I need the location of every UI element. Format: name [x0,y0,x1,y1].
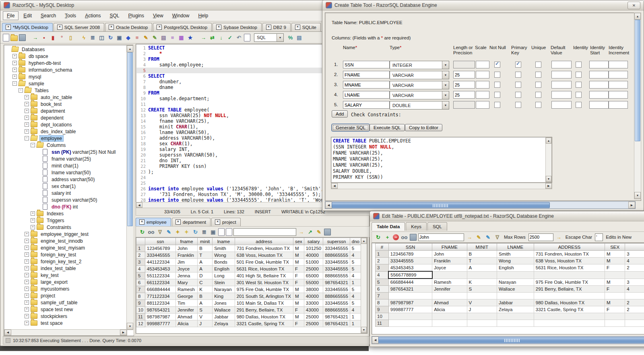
close-tab-icon[interactable]: ✕ [6,25,11,30]
copy-cell-icon[interactable] [218,228,225,236]
results-panel-icon[interactable]: ▤ [295,34,303,41]
unique-checkbox[interactable] [535,102,541,108]
menu-view[interactable]: View [149,11,167,20]
cell[interactable] [534,293,605,299]
cell[interactable]: M [605,251,625,258]
generate-key-icon[interactable]: ✦ [174,228,182,236]
cell[interactable]: Narayan [213,286,235,293]
cell[interactable]: 101250 [304,245,323,252]
cell[interactable]: 3321 Castle, Spring TX [235,320,293,327]
cell[interactable]: 638 Voss, Houston TX [235,252,293,259]
tree-item-mycustomers[interactable]: +mycustomers [5,285,126,292]
row-number[interactable]: 7 [136,286,145,293]
cell[interactable]: 638 Voss, Houston TX [534,258,605,264]
cell[interactable]: 888665555 [323,252,350,259]
default-value-input[interactable] [551,91,572,99]
cell[interactable]: Wong [497,258,534,264]
cell[interactable]: 771122334 [145,293,175,300]
chevron-down-icon[interactable]: ▼ [442,101,449,109]
table-row[interactable]: 9881122334TimAJones101 Main St, Dallas T… [136,300,361,307]
results-tab-employee[interactable]: ✕employee [136,218,171,226]
unique-checkbox[interactable] [535,82,541,88]
row-number[interactable]: 5 [136,272,145,279]
unique-checkbox[interactable] [535,92,541,98]
row-number[interactable]: 6 [136,279,145,286]
re-execute-icon[interactable]: ⇄ [208,34,216,41]
cell[interactable]: 1 [350,320,361,327]
cell[interactable] [388,293,432,299]
cell[interactable] [497,271,534,279]
cell[interactable]: 2 [625,299,644,306]
cell[interactable]: 25000 [304,314,323,320]
identity-start-input[interactable] [589,81,609,89]
cell[interactable]: M [293,300,304,307]
hscroll-thumb[interactable] [378,337,644,343]
cell[interactable]: 201 South St, Arlington TX [235,293,293,300]
results-tab-project[interactable]: ✕project [211,218,241,226]
column-name-input[interactable] [343,61,390,68]
edit-pencil-icon[interactable]: ✎ [475,233,483,241]
cell[interactable]: 333445555 [145,252,175,259]
tree-item-book_test[interactable]: +book_test [5,101,126,107]
identity-increment-input[interactable] [609,81,628,89]
expand-icon[interactable]: + [25,280,29,284]
expand-icon[interactable]: + [12,54,17,58]
tree-item-test[interactable]: +test space [5,320,126,326]
cell[interactable]: Jabbar [213,314,235,320]
row-number[interactable]: 10 [376,313,389,320]
cell[interactable] [388,313,432,320]
tree-item-employee_trigger_test[interactable]: +employee_trigger_test [5,231,126,237]
database-capsule-icon[interactable]: ▯ [67,34,74,41]
import-data-icon[interactable]: ▦ [178,34,185,41]
hscroll-thumb[interactable] [332,202,550,208]
scroll-up-icon[interactable]: ▲ [546,138,551,144]
tree-item-mysql[interactable]: +mysql [5,73,126,80]
cell[interactable]: 40000 [304,252,323,259]
collapse-icon[interactable]: − [31,143,35,147]
tree-item-information_schema[interactable]: +information_schema [5,66,126,73]
menu-actions[interactable]: Actions [81,11,105,20]
expand-icon[interactable]: + [12,61,17,65]
new-file-icon[interactable] [3,34,9,41]
not-null-checkbox[interactable] [494,62,500,68]
cell[interactable]: D [198,272,213,279]
tree-item-dependent[interactable]: +dependent [5,114,126,121]
close-tab-icon[interactable]: ✕ [109,25,114,30]
cell[interactable]: F [605,286,625,293]
cell[interactable]: B [198,245,213,252]
table-row[interactable]: 1123456789JohnBSmith731 Fondren, Houston… [136,245,361,252]
cell[interactable] [467,313,497,320]
menu-plugins[interactable]: Plugins [124,11,148,20]
cell[interactable]: John [176,245,198,252]
tree-item-project[interactable]: +project [5,292,126,299]
cell[interactable]: M [293,245,304,252]
cell[interactable]: F [605,306,625,313]
add-row-icon[interactable]: + [384,233,391,241]
row-number[interactable]: 3 [376,264,389,272]
table-row[interactable]: 5551122334JennaDLong401 High St, Bellair… [136,272,361,279]
results-column-header[interactable]: dno [350,238,361,245]
tree-item-engine_test_innodb[interactable]: +engine_test_innodb [5,237,126,244]
expand-icon[interactable]: + [25,239,29,243]
scroll-left-icon[interactable]: ◀ [325,202,332,208]
cell[interactable] [605,313,625,320]
cell[interactable] [625,313,644,320]
cell[interactable]: K [467,279,497,286]
row-number[interactable]: 9 [136,300,145,307]
cell[interactable]: Jenna [176,272,198,279]
cell[interactable]: Wallace [213,307,235,314]
tree-item-large_export[interactable]: +large_export [5,279,126,285]
expand-icon[interactable]: + [12,68,17,72]
cell[interactable] [388,320,432,327]
cell[interactable] [534,320,605,327]
edit-column-header[interactable]: # [376,244,389,251]
tree-item-Triggers[interactable]: +Triggers [5,217,126,224]
scroll-left-icon[interactable]: ◀ [331,183,338,189]
results-grid[interactable]: ssnfnameminitlnameaddresssexsalarysupers… [136,237,361,333]
cell[interactable]: F [605,264,625,272]
sql-box-vscrollbar[interactable]: ▲ ▼ [545,137,552,182]
cell[interactable]: John [432,251,467,258]
cell[interactable] [432,313,467,320]
table-row[interactable]: 1123456789JohnBSmith731 Fondren, Houston… [376,251,644,258]
tree-item-foreign_key_test_2[interactable]: +foreign_key_test_2 [5,258,126,265]
